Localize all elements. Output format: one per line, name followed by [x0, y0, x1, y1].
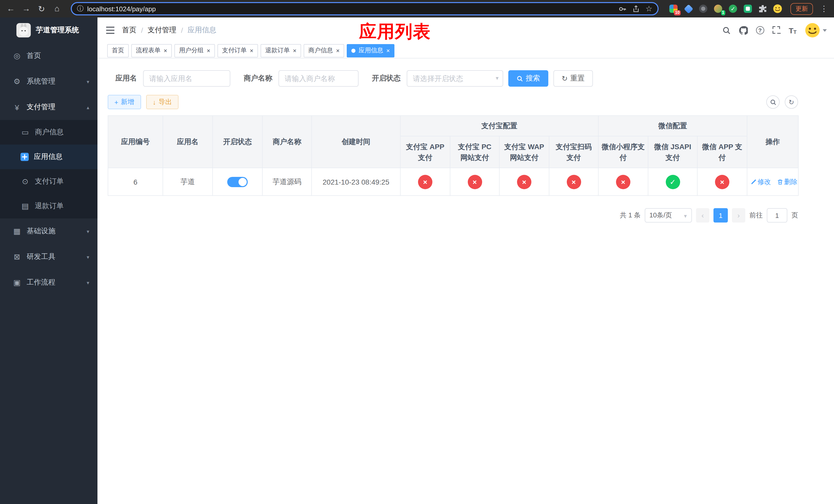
tags-view-bar: 首页 流程表单× 用户分组× 支付订单× 退款订单× 商户信息× 应用信息× — [97, 43, 834, 59]
alipay-pc-status-icon: × — [467, 175, 482, 189]
user-avatar[interactable] — [805, 23, 827, 38]
address-bar[interactable]: ⓘ localhost:1024/pay/app ☆ — [71, 2, 659, 15]
tab-home[interactable]: 首页 — [107, 44, 129, 57]
tab-merchant-info[interactable]: 商户信息× — [304, 44, 344, 57]
merchant-name-input[interactable] — [279, 70, 358, 87]
sidebar-item-home[interactable]: ◎ 首页 — [0, 43, 97, 69]
extension-teal-icon[interactable] — [743, 4, 752, 13]
page-number-button[interactable]: 1 — [714, 208, 728, 223]
search-button[interactable]: 搜索 — [508, 70, 548, 87]
navbar: 首页 / 支付管理 / 应用信息 应用列表 ? TT — [97, 18, 834, 43]
sidebar-item-merchant-info[interactable]: ▭ 商户信息 — [0, 120, 97, 144]
prev-page-button[interactable]: ‹ — [696, 208, 709, 223]
tab-refund-order[interactable]: 退款订单× — [261, 44, 301, 57]
bankcard-icon: ▭ — [21, 128, 30, 137]
fullscreen-icon[interactable] — [772, 26, 781, 35]
sidebar-item-workflow[interactable]: ▣ 工作流程 ▾ — [0, 270, 97, 295]
app-name-input[interactable] — [143, 70, 230, 87]
extension-avatar-icon[interactable]: 1 — [714, 4, 723, 13]
browser-update-button[interactable]: 更新 — [790, 3, 813, 15]
help-icon[interactable]: ? — [756, 26, 764, 35]
goto-page-input[interactable] — [767, 208, 787, 223]
status-select[interactable] — [407, 70, 503, 87]
tab-close-icon[interactable]: × — [162, 47, 167, 53]
breadcrumb: 首页 / 支付管理 / 应用信息 — [122, 26, 216, 35]
col-create-time: 创建时间 — [312, 116, 400, 168]
breadcrumb-current: 应用信息 — [188, 26, 216, 35]
cell-app-id: 6 — [108, 168, 163, 196]
page-content: 应用名 商户名称 开启状态 ▾ 搜索 ↻ 重置 — [97, 59, 834, 504]
export-button[interactable]: ↓ 导出 — [146, 95, 178, 109]
sidebar-item-refund-order[interactable]: ▤ 退款订单 — [0, 194, 97, 219]
bookmark-star-icon[interactable]: ☆ — [645, 4, 653, 13]
tab-process-form[interactable]: 流程表单× — [131, 44, 172, 57]
search-icon[interactable] — [722, 26, 731, 35]
forward-icon[interactable]: → — [20, 2, 33, 15]
tab-close-icon[interactable]: × — [249, 47, 254, 53]
share-icon[interactable] — [632, 5, 639, 13]
tab-close-icon[interactable]: × — [335, 47, 339, 53]
sidebar-item-dev-tools[interactable]: ⊠ 研发工具 ▾ — [0, 244, 97, 270]
chevron-down-icon: ▾ — [684, 213, 687, 220]
sidebar-item-infrastructure[interactable]: ▦ 基础设施 ▾ — [0, 219, 97, 244]
reload-icon[interactable]: ↻ — [35, 2, 48, 15]
col-status: 开启状态 — [213, 116, 262, 168]
alipay-wap-status-icon: × — [517, 175, 531, 189]
back-icon[interactable]: ← — [4, 2, 18, 15]
delete-button[interactable]: 删除 — [777, 177, 797, 186]
gear-icon: ⚙ — [12, 77, 22, 86]
wechat-app-status-icon: × — [715, 175, 729, 189]
col-alipay-wap: 支付宝 WAP 网站支付 — [499, 136, 549, 168]
breadcrumb-home[interactable]: 首页 — [122, 26, 136, 35]
refresh-list-button[interactable]: ↻ — [785, 95, 798, 109]
password-key-icon[interactable] — [618, 5, 626, 13]
tools-icon: ⊠ — [12, 252, 22, 261]
plus-icon: + — [114, 98, 118, 106]
sidebar-item-app-info[interactable]: 应用信息 — [0, 144, 97, 169]
extension-gem-icon[interactable] — [684, 4, 693, 13]
toggle-search-button[interactable] — [766, 95, 780, 109]
sidebar-collapse-icon[interactable] — [97, 26, 122, 35]
payment-submenu: ▭ 商户信息 应用信息 ⊙ 支付订单 ▤ 退款订单 — [0, 120, 97, 219]
page-size-select[interactable]: 10条/页 ▾ — [645, 208, 692, 223]
add-button[interactable]: + 新增 — [108, 95, 141, 109]
wechat-jsapi-status-icon: ✓ — [665, 175, 680, 189]
next-page-button[interactable]: › — [732, 208, 745, 223]
enabled-toggle[interactable] — [227, 177, 248, 187]
app-table: 应用编号 应用名 开启状态 商户名称 创建时间 支付宝配置 微信配置 操作 支付… — [108, 115, 798, 196]
extension-grid-icon[interactable]: 10 — [669, 4, 678, 13]
browser-home-icon[interactable]: ⌂ — [50, 2, 64, 15]
cell-create-time: 2021-10-23 08:49:25 — [312, 168, 400, 196]
extension-check-icon[interactable]: ✓ — [728, 4, 738, 13]
screen: ← → ↻ ⌂ ⓘ localhost:1024/pay/app ☆ 10 — [0, 0, 834, 504]
breadcrumb-payment[interactable]: 支付管理 — [148, 26, 176, 35]
col-alipay-app: 支付宝 APP 支付 — [400, 136, 450, 168]
sidebar-item-pay-order[interactable]: ⊙ 支付订单 — [0, 169, 97, 194]
sidebar-item-system[interactable]: ⚙ 系统管理 ▾ — [0, 69, 97, 94]
status-label: 开启状态 — [372, 74, 401, 83]
extensions-puzzle-icon[interactable] — [758, 4, 767, 13]
extension-dark-circle-icon[interactable] — [699, 4, 708, 13]
browser-menu-icon[interactable]: ⋮ — [818, 4, 830, 13]
sidebar-item-payment[interactable]: ¥ 支付管理 ▴ — [0, 94, 97, 120]
profile-avatar-icon[interactable] — [773, 4, 782, 13]
col-alipay-pc: 支付宝 PC 网站支付 — [450, 136, 499, 168]
tab-pay-order[interactable]: 支付订单× — [218, 44, 258, 57]
col-app-id: 应用编号 — [108, 116, 163, 168]
edit-button[interactable]: 修改 — [750, 177, 771, 186]
col-app-name: 应用名 — [163, 116, 213, 168]
tab-close-icon[interactable]: × — [206, 47, 210, 53]
tab-app-info[interactable]: 应用信息× — [347, 44, 394, 57]
col-group-alipay: 支付宝配置 — [400, 116, 598, 136]
sidebar: 芋道管理系统 ◎ 首页 ⚙ 系统管理 ▾ ¥ 支付管理 ▴ ▭ 商户信息 应用信… — [0, 18, 97, 504]
tab-user-group[interactable]: 用户分组× — [174, 44, 215, 57]
yen-icon: ¥ — [12, 103, 22, 112]
font-size-icon[interactable]: TT — [789, 26, 796, 35]
download-icon: ↓ — [153, 98, 156, 106]
tab-close-icon[interactable]: × — [385, 47, 390, 53]
github-icon[interactable] — [739, 26, 748, 35]
reset-button[interactable]: ↻ 重置 — [553, 70, 593, 87]
site-info-icon[interactable]: ⓘ — [77, 4, 84, 13]
tab-close-icon[interactable]: × — [292, 47, 297, 53]
app-grid-icon — [21, 153, 29, 161]
